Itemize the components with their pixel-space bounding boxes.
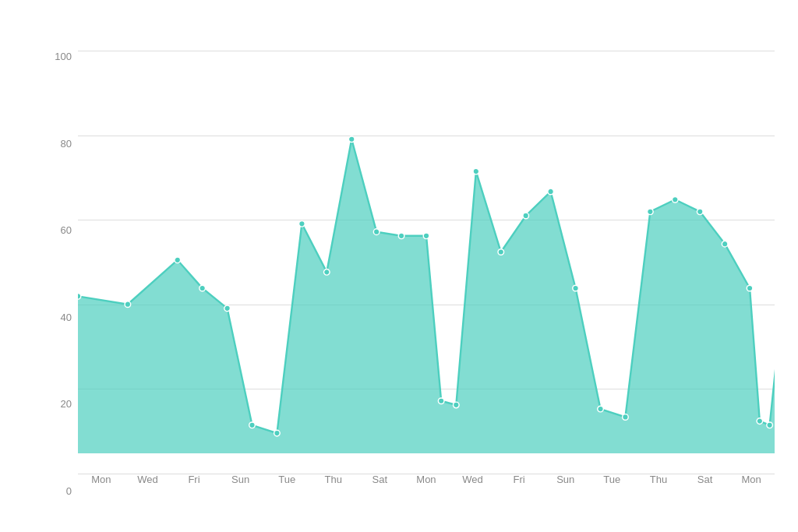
svg-point-0 [78, 294, 81, 300]
y-label-60: 60 [43, 224, 78, 236]
svg-point-20 [598, 406, 604, 412]
x-label-6: Sat [357, 474, 404, 485]
x-label-0: Mon [78, 474, 125, 485]
y-label-40: 40 [43, 312, 78, 323]
y-axis: 100 80 60 40 20 0 [43, 51, 78, 497]
svg-point-16 [498, 249, 504, 255]
svg-point-22 [648, 209, 654, 215]
x-label-5: Thu [310, 474, 357, 485]
chart-area: 100 80 60 40 20 0 MonWedFriSunTueThuSatM… [43, 51, 775, 497]
x-label-7: Mon [403, 474, 450, 485]
x-label-10: Sun [542, 474, 589, 485]
svg-point-10 [373, 229, 380, 235]
svg-point-17 [523, 213, 529, 219]
chart-container: 100 80 60 40 20 0 MonWedFriSunTueThuSatM… [0, 0, 798, 532]
chart-title [0, 0, 798, 14]
svg-point-6 [274, 430, 281, 436]
y-label-80: 80 [43, 138, 78, 150]
svg-point-8 [323, 270, 330, 276]
x-label-4: Tue [263, 474, 310, 485]
x-label-11: Tue [589, 474, 636, 485]
x-label-3: Sun [217, 474, 264, 485]
svg-point-3 [200, 285, 206, 291]
x-label-2: Fri [171, 474, 217, 485]
svg-point-28 [767, 422, 773, 428]
svg-point-27 [757, 418, 763, 425]
x-label-1: Wed [125, 474, 171, 485]
svg-point-26 [747, 285, 753, 291]
y-label-100: 100 [43, 51, 78, 62]
svg-point-4 [224, 305, 231, 312]
svg-point-5 [249, 422, 256, 428]
y-label-20: 20 [43, 398, 78, 410]
svg-point-12 [423, 233, 429, 239]
svg-point-2 [175, 257, 181, 263]
svg-point-21 [623, 414, 629, 421]
svg-point-18 [548, 188, 554, 195]
x-label-12: Thu [635, 474, 682, 485]
x-label-8: Wed [450, 474, 496, 485]
x-axis: MonWedFriSunTueThuSatMonWedFriSunTueThuS… [78, 474, 775, 497]
svg-point-1 [125, 301, 131, 308]
x-label-14: Mon [728, 474, 775, 485]
svg-point-15 [473, 168, 479, 174]
svg-point-7 [299, 220, 305, 227]
svg-point-25 [722, 241, 728, 247]
area-chart [78, 51, 775, 453]
svg-point-19 [573, 285, 579, 291]
x-label-9: Fri [496, 474, 542, 485]
svg-point-23 [672, 196, 678, 203]
y-label-0: 0 [43, 485, 78, 497]
svg-point-14 [454, 402, 460, 408]
svg-point-11 [398, 233, 404, 239]
svg-point-9 [348, 136, 355, 143]
svg-point-24 [697, 209, 703, 215]
x-label-13: Sat [682, 474, 729, 485]
svg-point-13 [438, 398, 444, 404]
